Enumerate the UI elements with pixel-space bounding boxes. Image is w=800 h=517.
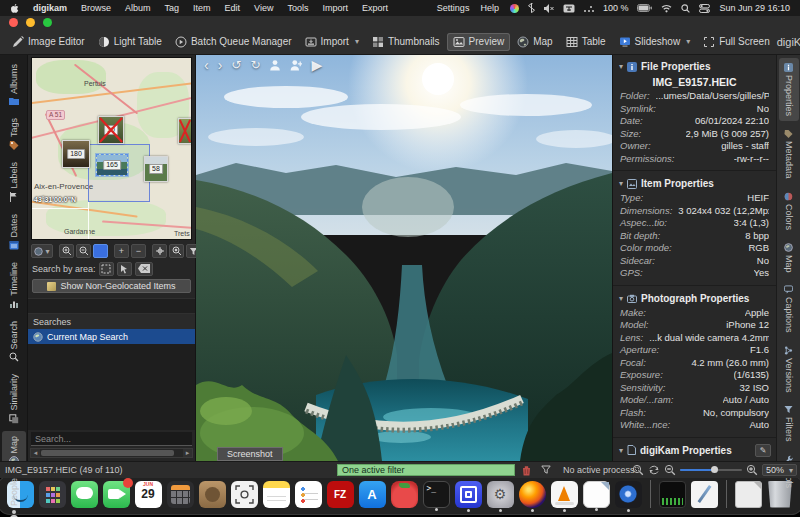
batch-queue-manager-button[interactable]: Batch Queue Manager — [169, 33, 298, 51]
control-center-icon[interactable] — [699, 4, 710, 13]
map-zoom-out-button[interactable] — [76, 244, 91, 258]
dock-strawberry-icon[interactable] — [391, 481, 418, 508]
photograph-properties-header[interactable]: ▾ Photograph Properties — [613, 289, 776, 307]
bluetooth-icon[interactable] — [528, 3, 535, 13]
menu-digikam[interactable]: digikam — [33, 3, 67, 13]
dock-reminders-icon[interactable] — [295, 481, 322, 508]
zoom-percent-select[interactable]: 50% ▾ — [762, 464, 797, 476]
zoom-slider[interactable] — [680, 465, 742, 475]
map-thumbnail-cluster-selected[interactable]: 165 — [96, 154, 128, 176]
menu-export[interactable]: Export — [362, 3, 388, 13]
thumbnails-button[interactable]: Thumbnails — [366, 33, 446, 51]
menu-tag[interactable]: Tag — [165, 3, 180, 13]
right-tab-map[interactable]: Map — [779, 238, 799, 278]
input-source-icon[interactable] — [563, 4, 575, 13]
right-tab-colors[interactable]: Colors — [779, 187, 799, 235]
right-tab-metadata[interactable]: Metadata — [779, 124, 799, 184]
image-editor-button[interactable]: Image Editor — [6, 33, 91, 51]
sidebar-tab-dates[interactable]: Dates — [2, 209, 26, 256]
volume-muted-icon[interactable] — [544, 4, 554, 13]
dock-remote-desktop-icon[interactable] — [455, 481, 482, 508]
dock-calendar-icon[interactable]: JUN 29 — [135, 481, 162, 508]
right-tab-properties[interactable]: Properties — [779, 58, 799, 121]
search-input[interactable]: Search... — [31, 432, 192, 446]
sidebar-tab-labels[interactable]: Labels — [2, 157, 26, 207]
menu-tools[interactable]: Tools — [287, 3, 308, 13]
map-zoom-in-button[interactable] — [59, 244, 74, 258]
map-thumbnail-cluster[interactable] — [178, 118, 192, 144]
collapse-caret-icon[interactable]: ▾ — [619, 62, 623, 71]
sidebar-tab-albums[interactable]: Albums — [2, 59, 26, 111]
zoom-100-button[interactable] — [648, 464, 660, 476]
dock-system-settings-icon[interactable]: ⚙ — [487, 481, 514, 508]
show-face-tags-button[interactable] — [290, 59, 302, 71]
map-view[interactable]: Pertuis A 51 Aix-en-Provence Gardanne Tr… — [31, 57, 192, 240]
map-zoom-selection-button[interactable] — [169, 244, 184, 258]
collapse-caret-icon[interactable]: ▾ — [619, 446, 623, 455]
searches-list-area[interactable] — [28, 344, 195, 430]
dock-libreoffice-icon[interactable] — [583, 481, 610, 508]
menu-edit[interactable]: Edit — [225, 3, 241, 13]
sidebar-tab-tags[interactable]: Tags — [2, 113, 26, 155]
preview-button[interactable]: Preview — [447, 33, 511, 51]
wifi-icon[interactable] — [661, 4, 672, 13]
dock-photo-app-icon[interactable] — [199, 481, 226, 508]
spotlight-icon[interactable] — [681, 4, 690, 13]
scroll-right-arrow[interactable]: ▸ — [183, 449, 192, 457]
item-properties-header[interactable]: ▾ Item Properties — [613, 174, 776, 192]
right-tab-versions[interactable]: Versions — [779, 341, 799, 398]
rotate-right-button[interactable]: ↻ — [250, 58, 260, 72]
collapse-caret-icon[interactable]: ▾ — [619, 294, 623, 303]
collapse-caret-icon[interactable]: ▾ — [619, 179, 623, 188]
dock-facetime-icon[interactable] — [103, 481, 130, 508]
map-backend-button[interactable]: ▾ — [31, 244, 53, 258]
map-button[interactable]: Map — [511, 33, 558, 51]
dock-screenshot-icon[interactable] — [231, 481, 258, 508]
map-zoom-minus-button[interactable]: − — [131, 244, 146, 258]
menu-import[interactable]: Import — [322, 3, 348, 13]
zoom-window-button[interactable] — [43, 18, 52, 27]
color-wheel-icon[interactable] — [510, 4, 519, 13]
close-window-button[interactable] — [9, 18, 18, 27]
map-fit-markers-button[interactable] — [152, 244, 167, 258]
slideshow-dropdown-icon[interactable]: ▾ — [686, 37, 690, 46]
light-table-button[interactable]: Light Table — [92, 33, 168, 51]
reset-filters-button[interactable] — [519, 464, 533, 476]
dock-firefox-icon[interactable] — [519, 481, 546, 508]
current-map-search-item[interactable]: Current Map Search — [28, 329, 195, 344]
sidebar-tab-similarity[interactable]: Similarity — [2, 369, 26, 429]
pan-selection-button[interactable] — [117, 262, 132, 276]
filters-menu-button[interactable] — [539, 464, 553, 476]
sidebar-tab-timeline[interactable]: Timeline — [2, 257, 26, 314]
dock-launchpad-icon[interactable] — [39, 481, 66, 508]
dock-minimized-activity-window[interactable] — [659, 481, 686, 508]
menu-album[interactable]: Album — [125, 3, 151, 13]
zoom-slider-thumb[interactable] — [711, 466, 718, 473]
map-thumbnail-cluster[interactable]: 58 — [144, 156, 168, 182]
show-non-geolocated-button[interactable]: Show Non-Geolocated Items — [32, 279, 191, 293]
edit-properties-button[interactable]: ✎ — [755, 444, 771, 457]
full-screen-button[interactable]: Full Screen — [697, 33, 776, 51]
scrollbar-thumb[interactable] — [41, 450, 174, 456]
slideshow-button[interactable]: Slideshow ▾ — [613, 33, 697, 51]
right-tab-filters[interactable]: Filters — [779, 400, 799, 447]
menu-help[interactable]: Help — [480, 3, 499, 13]
sidebar-tab-search[interactable]: Search — [2, 316, 26, 368]
add-face-tag-button[interactable] — [269, 59, 281, 71]
map-thumbnail-cluster[interactable]: 10 — [98, 116, 124, 144]
dock-minimized-textedit-window[interactable] — [691, 481, 718, 508]
zoom-out-button[interactable] — [664, 464, 676, 476]
dock-vlc-icon[interactable] — [551, 481, 578, 508]
select-region-button[interactable] — [99, 262, 114, 276]
right-tab-captions[interactable]: Captions — [779, 280, 799, 338]
map-thumbnail-cluster[interactable]: 180 — [62, 140, 90, 168]
import-button[interactable]: Import ▾ — [299, 33, 365, 51]
menu-view[interactable]: View — [254, 3, 273, 13]
menu-item[interactable]: Item — [193, 3, 211, 13]
file-properties-header[interactable]: ▾ File Properties — [613, 57, 776, 75]
table-button[interactable]: Table — [560, 33, 612, 51]
stage-manager-icon[interactable] — [584, 5, 594, 12]
fit-to-window-button[interactable] — [632, 464, 644, 476]
dock-document-icon[interactable] — [735, 481, 762, 508]
map-pan-mode-button[interactable] — [93, 244, 108, 258]
